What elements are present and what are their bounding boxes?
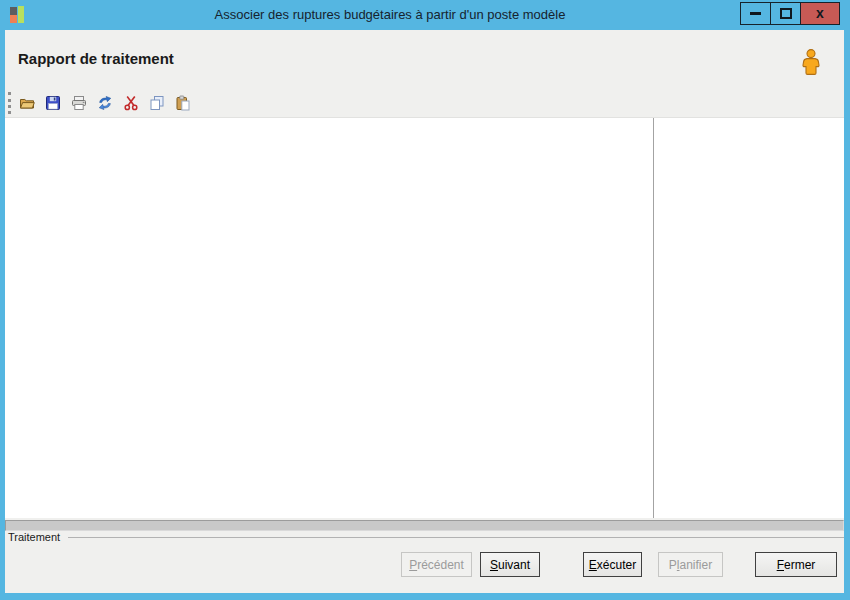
minimize-button[interactable] <box>741 3 770 24</box>
person-icon <box>800 48 822 76</box>
toolbar-drag-handle[interactable] <box>8 92 11 114</box>
fermer-button[interactable]: Fermer <box>755 552 837 577</box>
app-logo-icon <box>10 5 26 23</box>
button-label: Précédent <box>409 558 464 572</box>
folder-icon <box>19 95 35 111</box>
paste-icon <box>175 95 191 111</box>
client-area: Rapport de traitement <box>5 30 844 593</box>
cut-icon <box>123 95 139 111</box>
maximize-button[interactable] <box>770 3 800 24</box>
save-icon <box>45 95 61 111</box>
titlebar[interactable]: Associer des ruptures budgétaires à part… <box>0 0 850 30</box>
cut-button[interactable] <box>123 95 139 111</box>
print-button[interactable] <box>71 95 87 111</box>
open-folder-button[interactable] <box>19 95 35 111</box>
toolbar <box>19 94 191 112</box>
groupbox-border <box>68 537 844 538</box>
button-label: Exécuter <box>589 558 636 572</box>
print-icon <box>71 95 87 111</box>
planifier-button: Planifier <box>658 552 723 577</box>
window-title: Associer des ruptures budgétaires à part… <box>40 0 740 30</box>
refresh-button[interactable] <box>97 95 113 111</box>
copy-button[interactable] <box>149 95 165 111</box>
button-label: Suivant <box>490 558 530 572</box>
report-area <box>5 117 844 518</box>
window-controls: x <box>740 2 840 25</box>
minimize-icon <box>750 12 761 15</box>
refresh-icon <box>97 95 113 111</box>
close-icon: x <box>816 6 824 20</box>
groupbox-label: Traitement <box>8 531 60 543</box>
page-title: Rapport de traitement <box>18 50 174 67</box>
precedent-button: Précédent <box>401 552 472 577</box>
save-button[interactable] <box>45 95 61 111</box>
copy-icon <box>149 95 165 111</box>
maximize-icon <box>780 8 792 19</box>
button-label: Fermer <box>777 558 816 572</box>
close-button[interactable]: x <box>800 3 839 24</box>
paste-button[interactable] <box>175 95 191 111</box>
pane-divider <box>653 118 654 518</box>
progress-bar <box>5 520 844 531</box>
suivant-button[interactable]: Suivant <box>480 552 540 577</box>
executer-button[interactable]: Exécuter <box>583 552 642 577</box>
dialog-window: Associer des ruptures budgétaires à part… <box>0 0 850 600</box>
button-label: Planifier <box>669 558 712 572</box>
